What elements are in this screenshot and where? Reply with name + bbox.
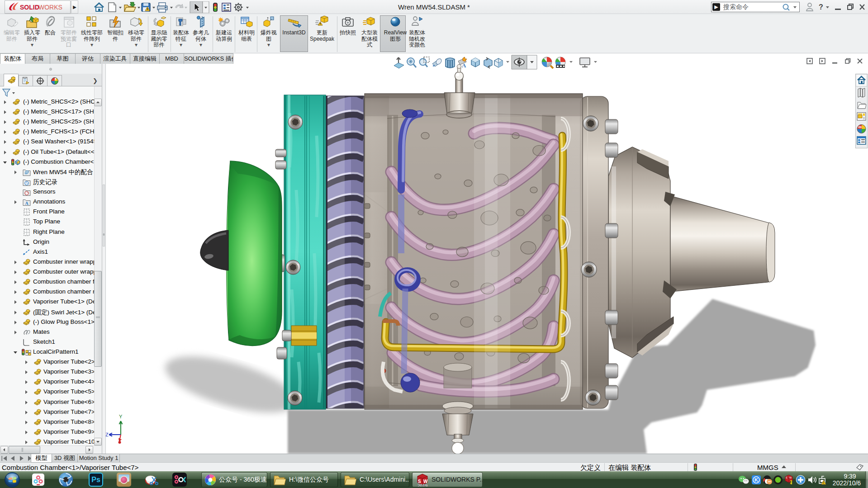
svg-text:2019: 2019	[417, 483, 428, 487]
svg-text:Y: Y	[119, 414, 123, 419]
svg-text:A: A	[462, 62, 466, 69]
svg-text:S: S	[786, 476, 787, 479]
svg-text:Z: Z	[105, 432, 109, 437]
svg-text:!: !	[823, 481, 824, 484]
svg-text:?: ?	[819, 3, 823, 11]
svg-text:A: A	[25, 201, 29, 206]
svg-text:K: K	[754, 477, 758, 483]
svg-text:WORKS: WORKS	[38, 4, 62, 11]
svg-text:W: W	[789, 476, 792, 479]
svg-text:!: !	[790, 480, 792, 485]
svg-text:SOLID: SOLID	[20, 4, 39, 11]
